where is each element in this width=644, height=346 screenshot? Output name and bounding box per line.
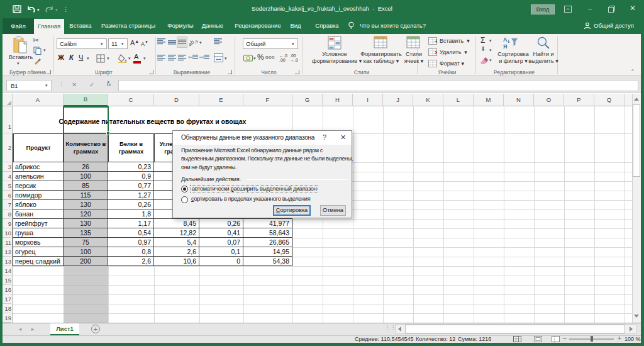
svg-text:Я: Я — [503, 43, 507, 50]
svg-text:+: + — [435, 38, 437, 45]
svg-text:×: × — [435, 49, 437, 56]
svg-text:ab: ab — [189, 38, 196, 47]
svg-text:А: А — [503, 36, 508, 43]
